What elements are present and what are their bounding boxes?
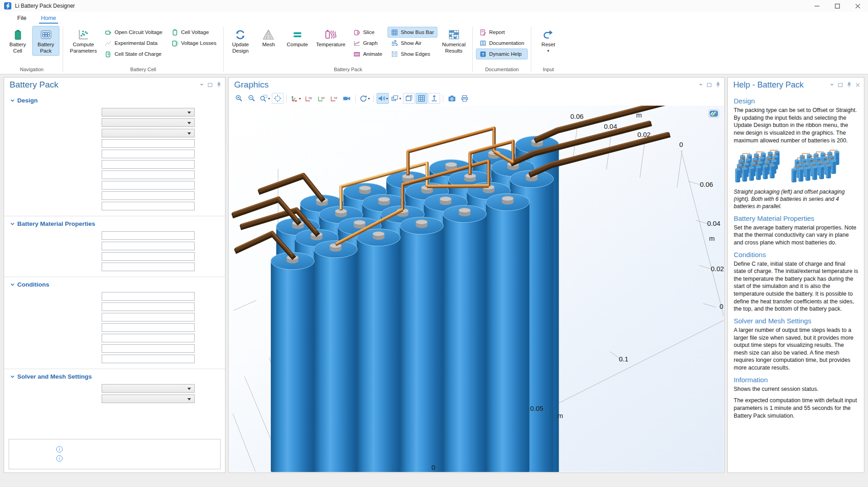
ribbon-button-open-circuit-voltage[interactable]: Open Circuit Voltage xyxy=(101,27,166,38)
section-header-design[interactable]: Design xyxy=(10,97,219,104)
menu-file[interactable]: File xyxy=(12,12,32,24)
ribbon-button-reset[interactable]: Reset▾ xyxy=(535,26,562,55)
toolbar-camera-view-button[interactable] xyxy=(341,93,353,104)
ribbon-button-cell-state-of-charge[interactable]: Cell State of Charge xyxy=(101,49,166,59)
mesh-size-dropdown[interactable] xyxy=(102,394,195,403)
documentation-icon xyxy=(480,40,486,47)
ribbon-button-animate[interactable]: Animate xyxy=(350,49,386,59)
serial-connector-width-input[interactable] xyxy=(102,191,195,200)
toolbar-view-yz-button[interactable]: yz xyxy=(315,93,327,104)
toolbar-show-axis-orientation-button[interactable] xyxy=(428,93,440,104)
ribbon-button-dynamic-help[interactable]: ?Dynamic Help xyxy=(476,49,528,59)
heat-transfer-coefficient-bottom-input[interactable] xyxy=(102,355,195,363)
color-legend-toggle-button[interactable] xyxy=(708,109,719,118)
section-header-battery-material-properties[interactable]: Battery Material Properties xyxy=(10,220,219,227)
battery-diameter-input[interactable] xyxy=(102,139,195,148)
initial-state-of-charge-input[interactable] xyxy=(102,302,195,311)
ribbon-button-compute-parameters[interactable]: Compute Parameters xyxy=(66,26,100,56)
info-icon: i xyxy=(56,446,63,453)
parallel-connector-width-input[interactable] xyxy=(102,202,195,210)
ribbon-button-experimental-data[interactable]: Experimental Data xyxy=(101,38,166,49)
toolbar-view-xy-button[interactable]: xy xyxy=(303,93,314,104)
toolbar-show-grid-button[interactable] xyxy=(416,93,427,104)
toolbar-separator xyxy=(443,95,443,102)
offset-packaging-thumbnail xyxy=(790,148,843,187)
ribbon-button-slice[interactable]: Slice xyxy=(350,27,386,38)
chevron-down-icon: ▾ xyxy=(399,97,401,101)
section-header-solver-and-mesh-settings[interactable]: Solver and Mesh Settings xyxy=(10,373,219,380)
toolbar-scene-light-button[interactable]: ▾ xyxy=(377,93,389,104)
thermal-conductivity-cross-plane-input[interactable] xyxy=(102,263,195,271)
panel-pin-icon[interactable] xyxy=(715,82,721,88)
panel-collapse-chevron-icon[interactable] xyxy=(199,82,204,88)
toolbar-rotate-button[interactable]: ▾ xyxy=(358,93,371,104)
density-input[interactable] xyxy=(102,231,195,240)
initial-external-temperature-input[interactable] xyxy=(102,323,195,332)
minimize-button[interactable] xyxy=(807,0,827,12)
terminal-diameter-input[interactable] xyxy=(102,160,195,169)
panel-pin-icon[interactable] xyxy=(216,82,221,88)
number-of-batteries-in-series-dropdown[interactable] xyxy=(102,118,195,127)
graphics-3d-canvas[interactable]: 0.060.040.020m0.060.04m0.0200.10.05m0 xyxy=(229,106,724,472)
ribbon-button-battery-pack[interactable]: Battery Pack xyxy=(32,26,59,56)
menu-home[interactable]: Home xyxy=(35,12,61,24)
terminal-thickness-input[interactable] xyxy=(102,170,195,179)
ribbon-button-show-bus-bar[interactable]: Show Bus Bar xyxy=(387,27,437,38)
panel-close-icon[interactable] xyxy=(855,82,860,88)
cell-state-of-charge-icon xyxy=(105,51,112,58)
toolbar-zoom-extents-button[interactable] xyxy=(272,93,284,104)
heat-transfer-coefficient-top-input[interactable] xyxy=(102,344,195,353)
thermal-conductivity-in-plane-input[interactable] xyxy=(102,252,195,261)
show-axis-orientation-icon xyxy=(430,94,438,102)
ribbon-group-label: Battery Cell xyxy=(64,66,222,74)
ribbon-button-documentation[interactable]: Documentation xyxy=(476,38,528,49)
number-of-output-time-steps-dropdown[interactable] xyxy=(102,384,195,393)
ribbon-button-cell-voltage[interactable]: Cell Voltage xyxy=(168,27,220,38)
print-icon xyxy=(461,94,469,102)
toolbar-go-to-default-view-button[interactable]: ▾ xyxy=(289,93,302,104)
maximize-button[interactable] xyxy=(827,0,848,12)
panel-maximize-icon[interactable] xyxy=(706,82,712,88)
panel-collapse-chevron-icon[interactable] xyxy=(829,82,834,88)
toolbar-view-xz-button[interactable]: xz xyxy=(328,93,340,104)
ribbon-button-report[interactable]: Report xyxy=(476,27,528,38)
ribbon-button-numerical-results[interactable]: Numerical Results xyxy=(438,26,469,56)
ribbon-button-show-air[interactable]: Show Air xyxy=(387,38,437,49)
toolbar-show-frame-button[interactable] xyxy=(403,93,415,104)
toolbar-zoom-in-button[interactable] xyxy=(233,93,245,104)
packing-type-dropdown[interactable] xyxy=(102,108,195,117)
heat-capacity-input[interactable] xyxy=(102,242,195,250)
ribbon-button-battery-cell[interactable]: Battery Cell xyxy=(4,26,31,56)
svg-text:m: m xyxy=(557,412,563,419)
final-state-of-charge-input[interactable] xyxy=(102,313,195,321)
number-of-batteries-in-parallel-dropdown[interactable] xyxy=(102,129,195,137)
toolbar-print-button[interactable] xyxy=(459,93,471,104)
svg-text:m: m xyxy=(709,234,715,242)
toolbar-zoom-box-button[interactable]: ▾ xyxy=(259,93,271,104)
bus-bar-thickness-input[interactable] xyxy=(102,181,195,190)
ribbon-button-temperature[interactable]: Temperature xyxy=(313,26,349,50)
ribbon-button-show-edges[interactable]: Show Edges xyxy=(387,49,437,59)
panel-pin-icon[interactable] xyxy=(846,82,852,88)
toolbar-view-options-button[interactable]: ▾ xyxy=(390,93,402,104)
ribbon-group-navigation: Battery CellBattery PackNavigation xyxy=(1,24,63,74)
svg-text:0.06: 0.06 xyxy=(570,112,584,120)
toolbar-zoom-out-button[interactable] xyxy=(246,93,258,104)
panel-maximize-icon[interactable] xyxy=(207,82,213,88)
show-edges-icon xyxy=(391,51,398,58)
panel-collapse-chevron-icon[interactable] xyxy=(698,82,703,88)
toolbar-snapshot-button[interactable] xyxy=(446,93,458,104)
close-button[interactable] xyxy=(848,0,868,12)
heat-transfer-coefficient-sides-input[interactable] xyxy=(102,334,195,342)
form-row xyxy=(10,302,219,312)
c-rate-input[interactable] xyxy=(102,292,195,301)
battery-pack-3d-view[interactable]: 0.060.040.020m0.060.04m0.0200.10.05m0 xyxy=(229,106,724,472)
ribbon-button-graph[interactable]: Graph xyxy=(350,38,386,49)
ribbon-button-update-design[interactable]: Update Design xyxy=(227,26,254,56)
panel-maximize-icon[interactable] xyxy=(838,82,843,88)
ribbon-button-compute[interactable]: Compute xyxy=(283,26,312,50)
ribbon-button-mesh[interactable]: Mesh xyxy=(255,26,282,50)
section-header-conditions[interactable]: Conditions xyxy=(10,281,219,288)
battery-height-input[interactable] xyxy=(102,150,195,158)
ribbon-button-voltage-losses[interactable]: Voltage Losses xyxy=(168,38,220,49)
